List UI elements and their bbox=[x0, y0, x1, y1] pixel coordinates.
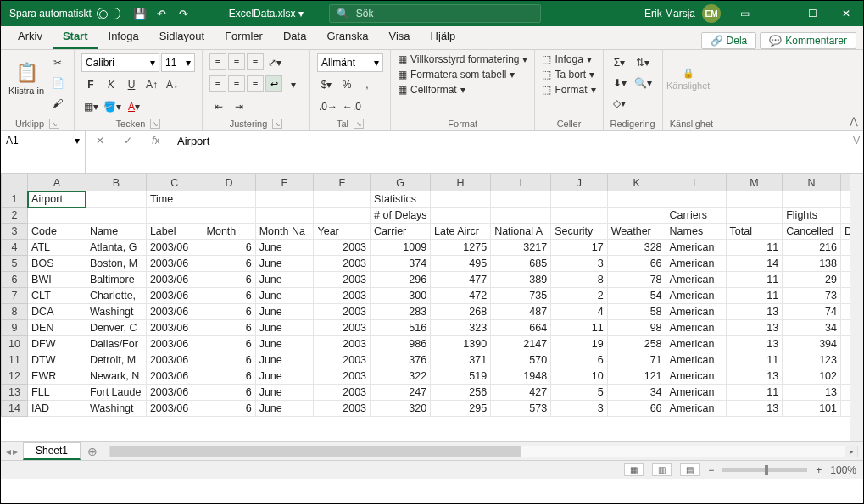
align-left-button[interactable]: ≡ bbox=[209, 75, 226, 92]
cell[interactable]: 6 bbox=[203, 385, 255, 401]
cell[interactable]: 54 bbox=[607, 288, 666, 304]
cell[interactable]: 322 bbox=[371, 368, 431, 385]
cell[interactable]: 13 bbox=[726, 336, 783, 352]
cell[interactable] bbox=[491, 208, 551, 224]
cell[interactable]: 11 bbox=[726, 385, 783, 401]
pagelayout-view-icon[interactable]: ▥ bbox=[652, 463, 672, 476]
cell[interactable]: Denver, C bbox=[86, 320, 146, 336]
cell[interactable]: 323 bbox=[431, 320, 491, 336]
cell[interactable]: Atlanta, G bbox=[86, 240, 146, 256]
name-box[interactable]: A1 ▾ bbox=[1, 131, 86, 173]
cell[interactable]: 5843 bbox=[841, 240, 850, 256]
cell[interactable] bbox=[841, 208, 850, 224]
cell[interactable]: American bbox=[666, 320, 726, 336]
cell[interactable]: 2003/06 bbox=[146, 401, 203, 417]
cell[interactable]: 1395 bbox=[841, 352, 850, 368]
font-color-button[interactable]: A▾ bbox=[125, 97, 143, 116]
save-icon[interactable]: 💾 bbox=[129, 8, 151, 20]
tab-sidlayout[interactable]: Sidlayout bbox=[149, 26, 215, 49]
dialog-launcher-icon[interactable]: ↘ bbox=[49, 119, 59, 129]
cell[interactable]: 11 bbox=[726, 240, 783, 256]
cell[interactable]: 2921 bbox=[841, 368, 850, 385]
align-right-button[interactable]: ≡ bbox=[247, 75, 264, 92]
cell[interactable]: 6 bbox=[203, 368, 255, 385]
cell[interactable]: 14 bbox=[726, 256, 783, 272]
cell[interactable]: 1948 bbox=[491, 368, 551, 385]
row-header[interactable]: 8 bbox=[2, 304, 28, 320]
cell[interactable]: American bbox=[666, 240, 726, 256]
cell[interactable]: June bbox=[255, 352, 314, 368]
tab-data[interactable]: Data bbox=[273, 26, 316, 49]
cell[interactable]: 477 bbox=[431, 272, 491, 288]
cell[interactable]: 1256 bbox=[841, 401, 850, 417]
tab-visa[interactable]: Visa bbox=[379, 26, 421, 49]
italic-button[interactable]: K bbox=[102, 75, 120, 94]
cell[interactable]: 2003/06 bbox=[146, 352, 203, 368]
cell[interactable]: 519 bbox=[431, 368, 491, 385]
cell[interactable]: 4798 bbox=[841, 336, 850, 352]
scroll-right-icon[interactable]: ▸ bbox=[845, 446, 857, 457]
row-header[interactable]: 6 bbox=[2, 272, 28, 288]
col-header[interactable]: A bbox=[28, 174, 86, 191]
cell[interactable]: 487 bbox=[491, 304, 551, 320]
cell[interactable]: 685 bbox=[491, 256, 551, 272]
percent-button[interactable]: % bbox=[337, 75, 356, 94]
cell[interactable]: June bbox=[255, 272, 314, 288]
cell[interactable]: Month bbox=[203, 224, 255, 240]
cell[interactable]: American bbox=[666, 352, 726, 368]
cell[interactable]: 6 bbox=[203, 320, 255, 336]
cell[interactable]: DFW bbox=[28, 336, 86, 352]
cell[interactable] bbox=[203, 191, 255, 208]
cell[interactable]: 573 bbox=[491, 401, 551, 417]
zoom-in-button[interactable]: + bbox=[816, 464, 822, 476]
zoom-level[interactable]: 100% bbox=[830, 464, 856, 476]
row-header[interactable]: 9 bbox=[2, 320, 28, 336]
cell[interactable]: Detroit, M bbox=[86, 352, 146, 368]
cell[interactable]: # of Delays bbox=[371, 208, 431, 224]
cell[interactable]: Late Aircr bbox=[431, 224, 491, 240]
cell[interactable]: 2003/06 bbox=[146, 288, 203, 304]
accept-formula-icon[interactable]: ✓ bbox=[124, 135, 132, 147]
cell[interactable]: 2003/06 bbox=[146, 304, 203, 320]
cell[interactable]: 472 bbox=[431, 288, 491, 304]
cell[interactable]: 2003 bbox=[314, 368, 371, 385]
cell[interactable]: June bbox=[255, 368, 314, 385]
borders-button[interactable]: ▦▾ bbox=[81, 97, 100, 116]
cell[interactable]: Code bbox=[28, 224, 86, 240]
cell[interactable]: Delayed bbox=[841, 224, 850, 240]
cell[interactable]: Year bbox=[314, 224, 371, 240]
cell[interactable]: 3217 bbox=[491, 240, 551, 256]
search-box[interactable]: 🔍 Sök bbox=[329, 4, 541, 23]
col-header[interactable]: N bbox=[783, 174, 841, 191]
cell[interactable]: 394 bbox=[783, 336, 841, 352]
undo-icon[interactable]: ↶ bbox=[151, 8, 173, 20]
align-bot-button[interactable]: ≡ bbox=[247, 53, 264, 70]
cell[interactable]: 11 bbox=[551, 320, 608, 336]
inc-indent-button[interactable]: ⇥ bbox=[230, 97, 248, 116]
next-sheet-icon[interactable]: ▸ bbox=[13, 446, 18, 457]
cell[interactable]: 2 bbox=[551, 288, 608, 304]
cell[interactable]: 71 bbox=[607, 352, 666, 368]
cell[interactable]: 10 bbox=[551, 368, 608, 385]
cell[interactable]: 389 bbox=[491, 272, 551, 288]
cell[interactable]: 19 bbox=[551, 336, 608, 352]
cell[interactable] bbox=[841, 191, 850, 208]
cell[interactable] bbox=[551, 191, 608, 208]
cell[interactable]: 256 bbox=[431, 385, 491, 401]
cell[interactable]: 1275 bbox=[431, 240, 491, 256]
row-header[interactable]: 7 bbox=[2, 288, 28, 304]
cell[interactable]: 2003/06 bbox=[146, 240, 203, 256]
cell[interactable]: 6 bbox=[203, 256, 255, 272]
cell[interactable]: Charlotte, bbox=[86, 288, 146, 304]
cell[interactable]: DEN bbox=[28, 320, 86, 336]
cell[interactable] bbox=[551, 208, 608, 224]
cell[interactable]: Label bbox=[146, 224, 203, 240]
cell[interactable]: 2003 bbox=[314, 385, 371, 401]
cell[interactable]: 138 bbox=[783, 256, 841, 272]
align-center-button[interactable]: ≡ bbox=[228, 75, 245, 92]
pagebreak-view-icon[interactable]: ▤ bbox=[680, 463, 700, 476]
bold-button[interactable]: F bbox=[81, 75, 100, 94]
cell[interactable]: 73 bbox=[783, 288, 841, 304]
horizontal-scrollbar[interactable]: ◂ ▸ bbox=[109, 446, 858, 457]
cell[interactable] bbox=[607, 191, 666, 208]
